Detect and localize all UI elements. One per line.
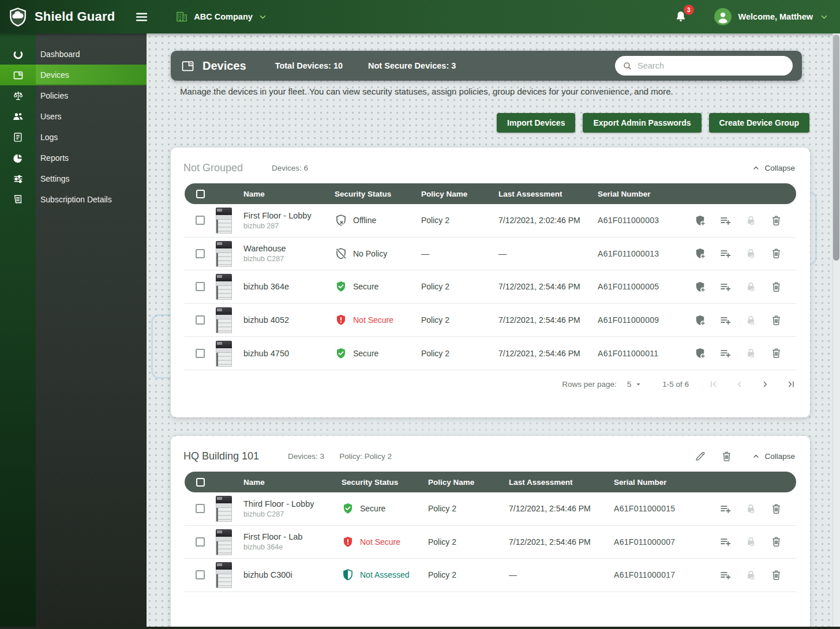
sidebar-item-label: Settings [36,174,70,183]
sidebar-item-users[interactable]: Users [0,106,147,127]
assign-policy-button[interactable] [694,281,706,293]
policy-name: Policy 2 [428,570,509,579]
printer-icon [180,58,196,74]
device-group-card-hq-building-101: HQ Building 101 Devices: 3 Policy: Polic… [171,436,810,629]
app-title: Shield Guard [35,9,115,24]
policy-name: Policy 2 [421,282,498,291]
user-avatar[interactable] [714,8,732,25]
column-header-name: Name [243,190,335,198]
search-input[interactable] [638,61,785,70]
scrollbar-track[interactable] [832,33,840,629]
row-checkbox[interactable] [196,537,205,547]
sidebar-item-subscription-details[interactable]: Subscription Details [0,189,147,210]
row-actions [705,503,796,515]
row-checkbox[interactable] [196,504,205,513]
sidebar-item-label: Dashboard [36,50,80,59]
serial-number: A61F011000003 [598,216,690,225]
lock-eye-icon [745,281,757,293]
create-device-group-button[interactable]: Create Device Group [709,113,810,133]
last-assessment: 7/12/2021, 2:54:46 PM [509,537,614,547]
device-image [216,496,232,522]
edit-group-button[interactable] [694,450,706,462]
bottom-edge [0,627,840,629]
add-to-group-button[interactable] [719,247,732,259]
column-header-policy-name: Policy Name [421,190,498,198]
add-to-group-button[interactable] [719,347,732,359]
table-row: bizhub 4052 Not Secure Policy 2 7/12/202… [185,304,796,337]
assign-policy-button[interactable] [694,314,706,326]
page-header-bar: Devices Total Devices: 10 Not Secure Dev… [171,51,802,81]
security-status-icon [335,214,347,227]
export-admin-passwords-button[interactable]: Export Admin Passwords [583,113,701,133]
security-status-icon [335,347,347,360]
view-password-button[interactable] [745,503,757,515]
row-checkbox[interactable] [196,216,205,225]
sidebar: DashboardDevicesPoliciesUsersLogsReports… [0,33,147,629]
rows-per-page-select[interactable]: 5 [627,380,642,389]
row-checkbox[interactable] [196,249,205,258]
device-name: bizhub C300i [243,570,342,579]
last-page-button[interactable] [786,379,796,389]
menu-toggle-button[interactable] [134,10,149,24]
device-image [216,307,232,333]
scrollbar-thumb[interactable] [833,35,839,261]
delete-button[interactable] [770,536,782,548]
company-selector[interactable]: ABC Company [175,10,267,23]
sidebar-item-devices[interactable]: Devices [0,65,147,85]
trash-icon [770,247,782,259]
view-password-button[interactable] [745,569,757,581]
assign-policy-button[interactable] [694,247,706,259]
list-plus-icon [719,569,732,581]
previous-page-button[interactable] [734,379,744,389]
table-row: bizhub 364e Secure Policy 2 7/12/2021, 2… [185,270,796,304]
add-to-group-button[interactable] [719,314,732,326]
row-checkbox[interactable] [196,349,205,358]
security-status-icon [335,247,347,260]
delete-button[interactable] [770,503,782,515]
delete-button[interactable] [770,569,782,581]
delete-button[interactable] [770,347,782,359]
view-password-button[interactable] [745,536,757,548]
collapse-button[interactable]: Collapse [752,164,795,172]
sidebar-item-settings[interactable]: Settings [0,168,147,189]
row-checkbox[interactable] [196,282,205,291]
view-password-button[interactable] [745,347,757,359]
view-password-button[interactable] [745,247,757,259]
sidebar-item-policies[interactable]: Policies [0,85,147,106]
select-all-checkbox[interactable] [196,478,205,487]
view-password-button[interactable] [745,281,757,293]
add-to-group-button[interactable] [719,536,732,548]
column-header-last-assessment: Last Assessment [509,478,614,487]
select-all-checkbox[interactable] [196,190,205,198]
assign-policy-button[interactable] [694,347,706,359]
import-devices-button[interactable]: Import Devices [497,113,575,133]
device-name: First Floor - Lobby [243,211,335,220]
security-status-text: Not Assessed [360,570,410,579]
device-image [216,208,232,233]
delete-button[interactable] [770,247,782,259]
sidebar-item-dashboard[interactable]: Dashboard [0,44,147,65]
delete-group-button[interactable] [721,450,733,462]
assign-policy-button[interactable] [694,214,706,227]
notifications-button[interactable]: 3 [674,10,688,24]
view-password-button[interactable] [745,214,757,227]
row-actions [690,214,796,227]
add-to-group-button[interactable] [719,503,732,515]
row-checkbox[interactable] [196,570,205,579]
row-checkbox[interactable] [196,315,205,325]
add-to-group-button[interactable] [719,214,732,227]
column-header-serial-number: Serial Number [598,190,690,198]
delete-button[interactable] [770,214,782,227]
next-page-button[interactable] [760,379,770,389]
first-page-button[interactable] [708,379,718,389]
delete-button[interactable] [770,281,782,293]
view-password-button[interactable] [745,314,757,326]
add-to-group-button[interactable] [719,281,732,293]
add-to-group-button[interactable] [719,569,732,581]
user-menu-chevron-icon[interactable] [820,13,828,21]
delete-button[interactable] [770,314,782,326]
sidebar-item-reports[interactable]: Reports [0,148,147,168]
serial-number: A61F011000011 [598,349,690,358]
collapse-button[interactable]: Collapse [752,452,795,461]
sidebar-item-logs[interactable]: Logs [0,127,147,148]
